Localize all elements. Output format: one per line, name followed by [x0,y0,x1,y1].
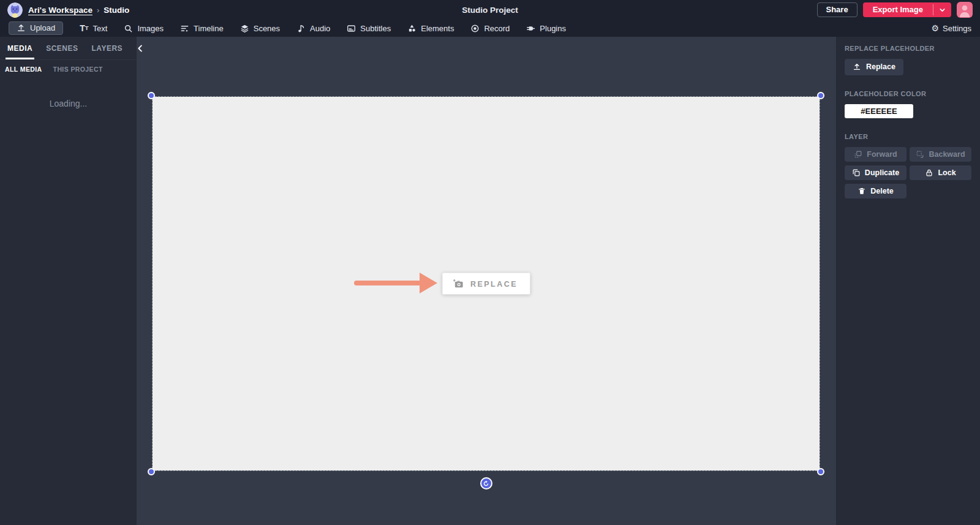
rotate-icon [483,480,489,487]
chevron-left-icon [136,44,145,53]
annotation-arrow-shaft [354,281,421,285]
subtab-all-media[interactable]: ALL MEDIA [5,66,42,73]
toolbar-text[interactable]: TT Text [80,24,107,33]
color-section-label: PLACEHOLDER COLOR [845,90,971,97]
main-toolbar: Upload TT Text Images Tim [0,20,980,37]
tab-media[interactable]: MEDIA [7,37,32,59]
toolbar-timeline[interactable]: Timeline [180,24,224,33]
toolbar-plugins[interactable]: Plugins [526,24,566,33]
search-icon [124,24,133,33]
sidebar-tabs: MEDIA SCENES LAYERS [0,37,137,60]
gear-icon: ⚙ [931,24,939,32]
toolbar-item-label: Images [137,24,164,33]
toolbar-item-label: Record [484,24,510,33]
settings-button[interactable]: ⚙ Settings [931,24,971,33]
backward-button[interactable]: Backward [910,147,971,162]
header-actions: Share Export Image [817,2,973,18]
toolbar-record[interactable]: Record [470,24,510,33]
resize-handle-top-right[interactable] [817,92,824,99]
delete-label: Delete [870,187,894,195]
canvas-replace-button[interactable]: REPLACE [442,273,530,295]
timeline-icon [180,24,189,33]
subtitles-icon [347,24,356,33]
music-note-icon [296,24,306,33]
tab-scenes[interactable]: SCENES [46,37,78,59]
resize-handle-bottom-right[interactable] [817,468,824,475]
toolbar-audio[interactable]: Audio [296,24,330,33]
duplicate-label: Duplicate [865,168,899,177]
replace-section-label: REPLACE PLACEHOLDER [845,45,971,52]
replace-button-label: Replace [866,62,895,71]
replace-button[interactable]: Replace [845,59,903,75]
breadcrumb-separator: › [97,6,99,15]
toolbar-scenes[interactable]: Scenes [240,24,280,33]
record-icon [470,24,480,33]
duplicate-icon [852,168,861,177]
breadcrumb-current: Studio [104,6,129,15]
breadcrumb-workspace-link[interactable]: Ari's Workspace [28,6,92,15]
export-image-button[interactable]: Export Image [863,2,933,17]
lock-label: Lock [938,168,956,177]
toolbar-item-label: Plugins [540,24,566,33]
upload-icon [853,62,861,71]
breadcrumb: Ari's Workspace › Studio [28,6,129,15]
placeholder-layer[interactable]: REPLACE [153,97,820,470]
tab-layers[interactable]: LAYERS [92,37,123,59]
layer-actions: Forward Backward Duplicate Lock [845,147,971,198]
collapse-sidebar-button[interactable] [136,37,145,59]
text-icon: TT [80,24,88,32]
layers-icon [240,24,249,33]
camera-icon [453,279,464,289]
trash-icon [858,187,866,195]
layer-section-label: LAYER [845,133,971,140]
backward-label: Backward [929,150,965,159]
left-sidebar: MEDIA SCENES LAYERS ALL MEDIA THIS PROJE… [0,37,137,525]
shapes-icon [407,24,417,33]
lock-icon [925,168,933,177]
toolbar-item-label: Audio [310,24,330,33]
annotation-arrow-head [420,273,437,293]
loading-text: Loading... [0,99,137,108]
toolbar-upload[interactable]: Upload [9,21,63,35]
header-row: Ari's Workspace › Studio Studio Project … [0,0,980,20]
canvas-replace-label: REPLACE [470,279,518,288]
toolbar-elements[interactable]: Elements [407,24,454,33]
chevron-down-icon [939,7,946,13]
share-button[interactable]: Share [817,2,858,17]
placeholder-color-input[interactable] [845,104,913,118]
toolbar-subtitles[interactable]: Subtitles [347,24,391,33]
delete-button[interactable]: Delete [845,184,907,198]
toolbar-item-label: Upload [30,23,55,32]
toolbar-item-label: Subtitles [360,24,391,33]
lock-button[interactable]: Lock [910,165,971,180]
canvas-workspace[interactable]: REPLACE [137,37,836,525]
workspace-avatar[interactable] [7,2,23,18]
subtab-this-project[interactable]: THIS PROJECT [53,66,103,73]
plug-icon [526,24,535,33]
top-bar: Ari's Workspace › Studio Studio Project … [0,0,980,37]
right-sidebar: REPLACE PLACEHOLDER Replace PLACEHOLDER … [836,37,980,525]
user-avatar[interactable] [957,2,973,18]
export-dropdown-button[interactable] [933,2,951,17]
person-icon [957,2,973,18]
send-backward-icon [916,150,924,159]
upload-icon [17,23,26,32]
settings-label: Settings [943,24,971,33]
resize-handle-top-left[interactable] [148,92,155,99]
forward-button[interactable]: Forward [845,147,907,162]
rotate-handle[interactable] [480,477,492,489]
toolbar-item-label: Text [93,24,108,33]
media-subtabs: ALL MEDIA THIS PROJECT [0,60,137,78]
toolbar-item-label: Elements [421,24,454,33]
duplicate-button[interactable]: Duplicate [845,165,907,180]
export-split-button: Export Image [863,2,951,17]
toolbar-images[interactable]: Images [124,24,164,33]
bring-forward-icon [854,150,862,159]
resize-handle-bottom-left[interactable] [148,468,155,475]
forward-label: Forward [867,150,897,159]
toolbar-item-label: Timeline [194,24,224,33]
toolbar-item-label: Scenes [254,24,280,33]
